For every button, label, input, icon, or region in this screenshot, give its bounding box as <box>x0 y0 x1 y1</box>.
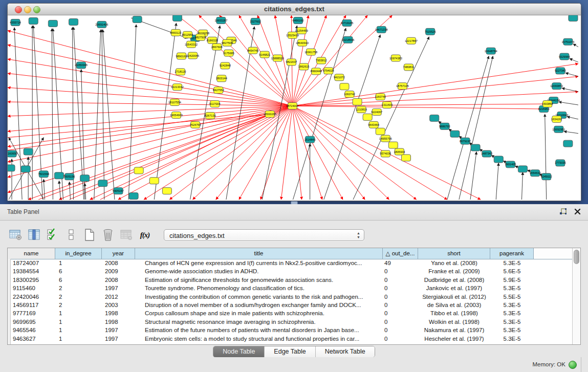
graph-node[interactable] <box>340 83 349 90</box>
cell-in_degree[interactable]: 2 <box>55 301 102 309</box>
table-row[interactable]: 1456911722003Disruption of a novel membe… <box>8 301 573 309</box>
cell-short[interactable]: de Silva et al. (2003) <box>418 301 490 309</box>
table-row[interactable]: 2242004622012Investigating the contribut… <box>8 293 573 301</box>
cell-title[interactable]: Investigating the contribution of common… <box>135 293 383 301</box>
cell-year[interactable]: 2008 <box>102 259 135 267</box>
table-row[interactable]: 1872400712008Changes of HCN gene express… <box>8 259 573 267</box>
select-all-icon[interactable] <box>45 227 60 243</box>
cell-year[interactable]: 2008 <box>102 276 135 284</box>
float-panel-icon[interactable] <box>559 208 568 216</box>
cell-title[interactable]: Embryonic stem cells: a model to study s… <box>135 335 383 343</box>
table-selector-dropdown[interactable]: citations_edges.txt ▲▼ <box>164 229 364 241</box>
cell-pagerank[interactable]: 5.3E-5 <box>490 318 534 326</box>
cell-pagerank[interactable]: 5.3E-5 <box>490 301 534 309</box>
table-row[interactable]: 1830029562008Estimation of significance … <box>8 276 573 284</box>
graph-node[interactable] <box>388 142 398 148</box>
function-builder-icon[interactable]: f(x) <box>137 227 153 243</box>
cell-name[interactable]: 9115460 <box>8 284 55 292</box>
tab-node-table[interactable]: Node Table <box>213 346 265 357</box>
cell-name[interactable]: 18724007 <box>8 259 55 267</box>
cell-short[interactable]: Stergiakouli et al. (2012) <box>418 293 490 301</box>
deselect-all-icon[interactable] <box>63 227 79 243</box>
column-header-short[interactable]: short <box>418 248 490 259</box>
cell-out_degree[interactable]: 0 <box>383 276 418 284</box>
graph-node[interactable] <box>569 15 578 21</box>
cell-name[interactable]: 18300295 <box>8 276 55 284</box>
citation-graph[interactable]: 4355724206914061065328715276026466160107… <box>8 15 581 201</box>
cell-in_degree[interactable]: 2 <box>55 284 102 292</box>
cell-year[interactable]: 1997 <box>102 284 135 292</box>
table-row[interactable]: 969969511998Structural magnetic resonanc… <box>8 318 573 326</box>
column-header-year[interactable]: year <box>102 248 135 259</box>
cell-short[interactable]: Jankovic et al. (1997) <box>418 284 490 292</box>
cell-in_degree[interactable]: 1 <box>55 259 102 267</box>
graph-node[interactable] <box>54 172 63 179</box>
cell-pagerank[interactable]: 5.5E-5 <box>490 293 534 301</box>
table-mode-icon[interactable] <box>8 227 24 243</box>
cell-name[interactable]: 9699695 <box>8 318 55 326</box>
cell-short[interactable]: Nakamura et al. (1997) <box>418 326 490 334</box>
cell-name[interactable]: 9465546 <box>8 326 55 334</box>
graph-node[interactable] <box>494 156 503 163</box>
network-window-titlebar[interactable]: citations_edges.txt <box>8 4 581 15</box>
cell-pagerank[interactable]: 5.6E-5 <box>490 267 534 275</box>
tab-edge-table[interactable]: Edge Table <box>265 346 315 357</box>
network-canvas[interactable]: 4355724206914061065328715276026466160107… <box>8 15 581 201</box>
cell-title[interactable]: Structural magnetic resonance image aver… <box>135 318 383 326</box>
scrollbar-thumb[interactable] <box>574 250 579 264</box>
cell-out_degree[interactable]: 0 <box>383 326 418 334</box>
column-header-title[interactable]: title <box>135 248 383 259</box>
cell-out_degree[interactable]: 49 <box>383 259 418 267</box>
cell-title[interactable]: Disruption of a novel member of a sodium… <box>135 301 383 309</box>
cell-out_degree[interactable]: 0 <box>383 335 418 343</box>
cell-out_degree[interactable]: 0 <box>383 284 418 292</box>
cell-name[interactable]: 22420046 <box>8 293 55 301</box>
cell-year[interactable]: 2012 <box>102 293 135 301</box>
cell-out_degree[interactable]: 0 <box>383 293 418 301</box>
graph-node[interactable] <box>69 18 78 25</box>
graph-node[interactable] <box>172 15 182 21</box>
graph-node[interactable] <box>363 114 372 120</box>
tab-network-table[interactable]: Network Table <box>316 346 375 357</box>
close-panel-icon[interactable] <box>574 208 582 216</box>
cell-name[interactable]: 19384554 <box>8 267 55 275</box>
cell-out_degree[interactable]: 0 <box>383 309 418 317</box>
graph-node[interactable] <box>29 17 38 24</box>
cell-year[interactable]: 1998 <box>102 309 135 317</box>
graph-node[interactable] <box>450 130 460 137</box>
cell-out_degree[interactable]: 0 <box>383 318 418 326</box>
cell-name[interactable]: 9463627 <box>8 335 55 343</box>
cell-short[interactable]: Wolkin et al. (1998) <box>418 318 490 326</box>
graph-node[interactable] <box>518 166 527 172</box>
cell-pagerank[interactable]: 5.3E-5 <box>490 309 534 317</box>
cell-in_degree[interactable]: 1 <box>55 335 102 343</box>
graph-node[interactable] <box>149 178 159 184</box>
column-header-in_degree[interactable]: in_degree <box>55 248 102 259</box>
cell-year[interactable]: 2003 <box>102 301 135 309</box>
cell-in_degree[interactable]: 2 <box>55 293 102 301</box>
graph-node[interactable] <box>21 166 30 172</box>
delete-table-icon[interactable] <box>119 227 134 243</box>
cell-year[interactable]: 1998 <box>102 318 135 326</box>
new-column-icon[interactable] <box>82 227 97 243</box>
table-row[interactable]: 1938455462009Genome-wide association stu… <box>8 267 573 275</box>
cell-in_degree[interactable]: 1 <box>55 318 102 326</box>
cell-short[interactable]: Tibbo et al. (1998) <box>418 309 490 317</box>
cell-in_degree[interactable]: 6 <box>55 267 102 275</box>
cell-short[interactable]: Dudbridge et al. (2008) <box>418 276 490 284</box>
cell-year[interactable]: 2009 <box>102 267 135 275</box>
cell-title[interactable]: Tourette syndrome. Phenomenology and cla… <box>135 284 383 292</box>
cell-title[interactable]: Genome-wide association studies in ADHD. <box>135 267 383 275</box>
graph-node[interactable] <box>24 148 33 155</box>
cell-pagerank[interactable]: 5.3E-5 <box>490 335 534 343</box>
graph-node[interactable] <box>129 193 138 200</box>
cell-pagerank[interactable]: 5.9E-5 <box>490 276 534 284</box>
table-row[interactable]: 911546021997Tourette syndrome. Phenomeno… <box>8 284 573 292</box>
graph-node[interactable] <box>471 144 480 151</box>
cell-year[interactable]: 1997 <box>102 335 135 343</box>
table-row[interactable]: 977716911998Corpus callosum shape and si… <box>8 309 573 317</box>
cell-pagerank[interactable]: 5.3E-5 <box>490 326 534 334</box>
cell-title[interactable]: Estimation of significance thresholds fo… <box>135 276 383 284</box>
graph-node[interactable] <box>430 115 439 121</box>
graph-node[interactable] <box>80 175 90 182</box>
